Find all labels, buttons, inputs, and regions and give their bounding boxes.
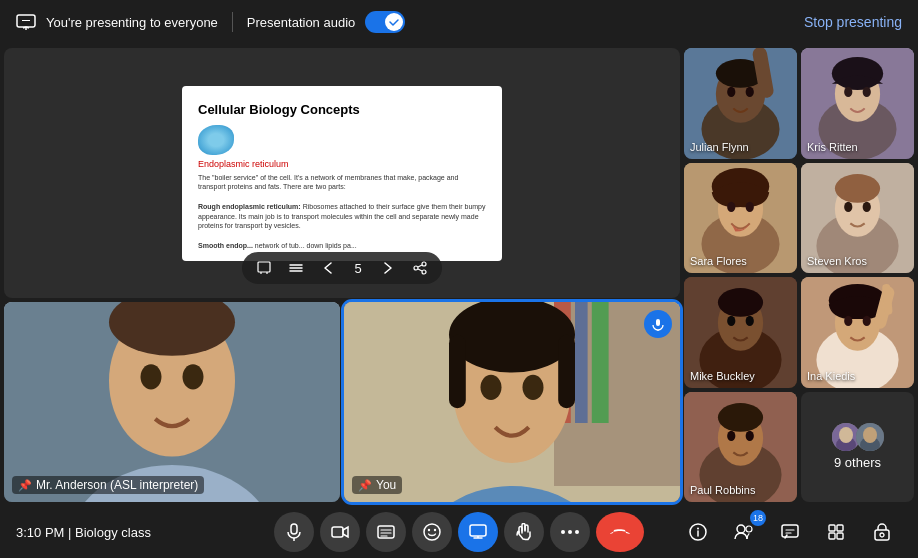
lock-button[interactable] xyxy=(862,512,902,552)
present-button[interactable] xyxy=(458,512,498,552)
svg-rect-84 xyxy=(291,524,297,534)
pin-icon-you: 📌 xyxy=(358,479,372,492)
svg-rect-26 xyxy=(449,335,466,409)
slide-title: Cellular Biology Concepts xyxy=(198,102,486,117)
svg-point-103 xyxy=(737,525,745,533)
slide-next-button[interactable] xyxy=(376,256,400,280)
others-tile: 9 others xyxy=(801,392,914,503)
svg-point-29 xyxy=(523,375,544,400)
svg-point-62 xyxy=(727,316,735,326)
slide-expand-button[interactable] xyxy=(252,256,276,280)
svg-point-28 xyxy=(481,375,502,400)
end-call-button[interactable] xyxy=(596,512,644,552)
audio-toggle[interactable] xyxy=(365,11,405,33)
slide-frame: Cellular Biology Concepts Endoplasmic re… xyxy=(182,86,502,261)
svg-point-75 xyxy=(718,403,763,432)
slide-number: 5 xyxy=(348,261,368,276)
svg-rect-94 xyxy=(470,525,486,536)
anderson-video xyxy=(4,302,340,502)
svg-point-56 xyxy=(844,201,852,211)
captions-button[interactable] xyxy=(366,512,406,552)
svg-point-61 xyxy=(718,288,763,317)
anderson-label: 📌 Mr. Anderson (ASL interpreter) xyxy=(12,476,204,494)
presenting-text: You're presenting to everyone xyxy=(46,15,218,30)
svg-point-37 xyxy=(727,87,735,97)
time-display: 3:10 PM | Biology class xyxy=(16,525,151,540)
top-bar: You're presenting to everyone Presentati… xyxy=(0,0,918,44)
cell-image xyxy=(198,125,234,155)
you-label: 📌 You xyxy=(352,476,402,494)
bottom-controls xyxy=(274,512,644,552)
slide-controls: 5 xyxy=(242,252,442,284)
svg-rect-111 xyxy=(837,533,843,539)
participant-tile: Sara Flores xyxy=(684,163,797,274)
participant-name: Mike Buckley xyxy=(690,370,755,382)
main-content: Cellular Biology Concepts Endoplasmic re… xyxy=(0,44,918,506)
svg-rect-21 xyxy=(575,302,588,423)
svg-rect-22 xyxy=(592,302,609,423)
svg-rect-86 xyxy=(332,527,343,537)
svg-rect-27 xyxy=(558,335,575,409)
video-button[interactable] xyxy=(320,512,360,552)
svg-point-6 xyxy=(422,262,426,266)
svg-point-45 xyxy=(863,87,871,97)
stop-presenting-button[interactable]: Stop presenting xyxy=(804,14,902,30)
svg-point-92 xyxy=(428,529,430,531)
svg-rect-105 xyxy=(782,525,798,537)
svg-point-69 xyxy=(863,316,871,326)
svg-point-93 xyxy=(434,529,436,531)
svg-point-77 xyxy=(746,430,754,440)
svg-point-102 xyxy=(697,528,699,530)
activities-button[interactable] xyxy=(816,512,856,552)
svg-point-7 xyxy=(414,266,418,270)
participant-name: Sara Flores xyxy=(690,255,747,267)
participant-tile: Steven Kros xyxy=(801,163,914,274)
organelle-label: Endoplasmic reticulum xyxy=(198,159,486,169)
you-tile: 📌 You xyxy=(344,302,680,502)
participant-name: Steven Kros xyxy=(807,255,867,267)
bottom-bar: 3:10 PM | Biology class xyxy=(0,506,918,558)
svg-point-68 xyxy=(844,316,852,326)
presenting-icon xyxy=(16,14,36,30)
audio-label: Presentation audio xyxy=(247,15,355,30)
participant-tile: Paul Robbins xyxy=(684,392,797,503)
bottom-right-controls: 18 xyxy=(678,512,902,552)
slide-prev-button[interactable] xyxy=(316,256,340,280)
emoji-button[interactable] xyxy=(412,512,452,552)
presentation-area: Cellular Biology Concepts Endoplasmic re… xyxy=(4,48,680,298)
hand-raise-button[interactable] xyxy=(504,512,544,552)
svg-point-63 xyxy=(746,316,754,326)
slide-menu-button[interactable] xyxy=(284,256,308,280)
participant-tile: Kris Ritten xyxy=(801,48,914,159)
slide-body: The "boiler service" of the cell. It's a… xyxy=(198,173,486,251)
info-button[interactable] xyxy=(678,512,718,552)
you-video xyxy=(344,302,680,502)
video-row: 📌 Mr. Anderson (ASL interpreter) xyxy=(4,302,680,502)
people-badge-count: 18 xyxy=(750,510,766,526)
svg-point-50 xyxy=(727,201,735,211)
chat-button[interactable] xyxy=(770,512,810,552)
people-badge: 18 xyxy=(724,512,764,552)
svg-rect-109 xyxy=(837,525,843,531)
participant-tile: Mike Buckley xyxy=(684,277,797,388)
left-panel: Cellular Biology Concepts Endoplasmic re… xyxy=(4,48,680,502)
participant-grid: Julian Flynn Kris Ritten xyxy=(684,48,914,502)
svg-point-76 xyxy=(727,430,735,440)
svg-point-8 xyxy=(422,270,426,274)
mic-button[interactable] xyxy=(274,512,314,552)
participant-name: Kris Ritten xyxy=(807,141,858,153)
svg-rect-1 xyxy=(22,20,30,21)
svg-point-55 xyxy=(835,174,880,203)
participant-tile: Julian Flynn xyxy=(684,48,797,159)
more-button[interactable] xyxy=(550,512,590,552)
svg-point-38 xyxy=(746,87,754,97)
svg-rect-110 xyxy=(829,533,835,539)
svg-point-16 xyxy=(183,364,204,389)
svg-point-43 xyxy=(832,57,883,90)
speaking-indicator xyxy=(644,310,672,338)
svg-point-57 xyxy=(863,201,871,211)
svg-point-113 xyxy=(880,533,884,537)
slide-share-button[interactable] xyxy=(408,256,432,280)
svg-point-83 xyxy=(863,427,877,443)
svg-point-15 xyxy=(141,364,162,389)
